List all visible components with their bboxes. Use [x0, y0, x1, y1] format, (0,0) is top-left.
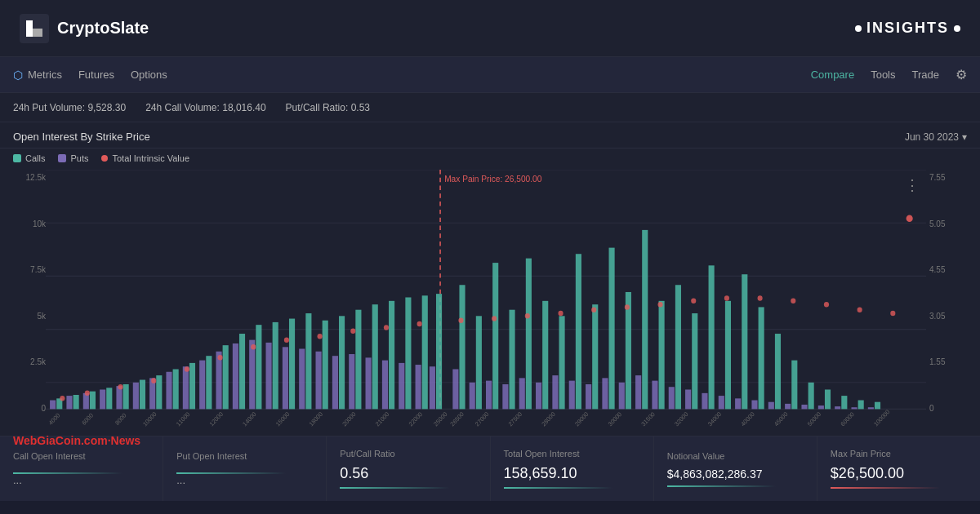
svg-rect-94 [759, 307, 764, 409]
put-volume-label: 24h Put Volume: 9,528.30 [13, 102, 126, 113]
svg-rect-47 [366, 357, 372, 409]
call-oi-value: ... [13, 474, 149, 486]
svg-point-131 [791, 299, 795, 304]
svg-rect-22 [156, 375, 162, 409]
svg-text:12000: 12000 [208, 410, 225, 428]
svg-point-114 [218, 355, 223, 361]
svg-rect-49 [382, 361, 388, 410]
svg-point-130 [758, 295, 763, 301]
ratio-value: 0.53 [351, 102, 370, 113]
nav-compare-item[interactable]: Compare [811, 69, 854, 81]
svg-text:30000: 30000 [607, 410, 623, 428]
notional-cell: Notional Value $4,863,082,286.37 [654, 436, 817, 501]
svg-text:18000: 18000 [308, 410, 324, 428]
svg-point-109 [60, 396, 65, 401]
svg-rect-40 [305, 313, 311, 409]
put-call-ratio: Put/Call Ratio: 0.53 [286, 102, 370, 113]
svg-rect-9 [50, 401, 56, 410]
chart-container: 12.5k 10k 7.5k 5k 2.5k 0 ⋮ Max Pain Pric… [0, 166, 980, 436]
svg-rect-30 [223, 345, 229, 409]
svg-text:10000: 10000 [141, 410, 158, 428]
svg-rect-63 [502, 384, 508, 409]
nav-futures-item[interactable]: Futures [78, 69, 114, 81]
total-oi-label: Total Open Interest [504, 449, 640, 459]
chart-legend: Calls Puts Total Intrinsic Value [0, 148, 980, 166]
svg-text:Max Pain Price: 26,500.00: Max Pain Price: 26,500.00 [444, 174, 541, 184]
nav-tools-item[interactable]: Tools [871, 69, 895, 81]
nav-options-item[interactable]: Options [131, 69, 167, 81]
svg-point-124 [558, 311, 563, 317]
svg-rect-96 [775, 334, 781, 409]
svg-rect-67 [536, 383, 541, 410]
call-volume-label: 24h Call Volume: 18,016.40 [145, 102, 265, 113]
gear-icon[interactable]: ⚙ [956, 67, 967, 82]
ratio-label-text: Put/Call Ratio: [286, 102, 349, 113]
svg-rect-75 [602, 378, 608, 409]
svg-rect-64 [509, 310, 514, 410]
nav-metrics-item[interactable]: ⬡ Metrics [13, 69, 62, 82]
svg-text:11000: 11000 [175, 410, 191, 428]
logo-text: CryptoSlate [57, 19, 149, 38]
svg-rect-28 [206, 356, 212, 409]
svg-rect-99 [801, 405, 807, 409]
svg-rect-20 [140, 380, 145, 410]
svg-rect-69 [552, 375, 558, 409]
svg-rect-65 [519, 378, 525, 409]
svg-rect-70 [559, 316, 564, 409]
svg-rect-81 [652, 381, 657, 410]
y-label-75k: 7.5k [30, 265, 46, 274]
svg-point-113 [185, 366, 189, 372]
chart-header: Open Interest By Strike Price Jun 30 202… [0, 122, 980, 148]
svg-rect-51 [399, 363, 404, 410]
svg-rect-103 [835, 406, 840, 409]
svg-point-117 [318, 334, 323, 339]
svg-rect-31 [233, 343, 238, 409]
header: CryptoSlate INSIGHTS [0, 0, 980, 57]
nav-metrics-label: Metrics [28, 69, 62, 81]
chart-title: Open Interest By Strike Price [13, 131, 150, 143]
svg-rect-100 [808, 383, 814, 410]
svg-point-125 [591, 307, 596, 312]
nav-trade-item[interactable]: Trade [912, 69, 939, 81]
put-oi-value: ... [176, 474, 313, 486]
notional-label: Notional Value [667, 451, 804, 461]
chevron-down-icon: ▾ [962, 131, 967, 143]
svg-rect-79 [635, 375, 641, 409]
svg-point-134 [890, 311, 895, 317]
put-oi-label: Put Open Interest [176, 451, 313, 461]
svg-rect-73 [586, 384, 591, 409]
svg-text:6000: 6000 [80, 411, 94, 427]
ratio-stat-label: Put/Call Ratio [340, 449, 476, 459]
svg-rect-76 [609, 248, 615, 410]
svg-point-127 [658, 302, 663, 308]
svg-point-110 [85, 391, 90, 397]
svg-rect-86 [692, 313, 697, 409]
svg-point-118 [350, 329, 355, 335]
y-axis-left: 12.5k 10k 7.5k 5k 2.5k 0 [13, 170, 46, 436]
svg-rect-38 [289, 319, 295, 410]
svg-rect-66 [526, 259, 532, 410]
svg-rect-98 [791, 361, 797, 410]
y-right-0: 0 [929, 404, 934, 413]
svg-rect-26 [189, 363, 195, 410]
chart-date[interactable]: Jun 30 2023 ▾ [905, 131, 967, 143]
chart-body: ⋮ Max Pain Price: 26,500.00 [46, 170, 926, 436]
svg-rect-54 [422, 295, 428, 409]
svg-point-119 [384, 325, 389, 330]
svg-rect-92 [742, 274, 747, 409]
svg-rect-18 [123, 384, 129, 409]
tiv-color-dot [101, 155, 108, 162]
svg-point-122 [492, 316, 497, 321]
svg-text:50000: 50000 [806, 410, 822, 428]
svg-rect-16 [106, 388, 112, 409]
svg-rect-60 [476, 316, 482, 409]
more-options-icon[interactable]: ⋮ [905, 176, 920, 194]
svg-point-115 [251, 344, 256, 350]
svg-point-111 [118, 384, 122, 390]
logo-icon [20, 14, 49, 43]
svg-rect-52 [405, 297, 411, 409]
svg-text:45000: 45000 [773, 410, 789, 428]
max-pain-underline [831, 487, 940, 489]
total-oi-cell: Total Open Interest 158,659.10 [491, 436, 654, 501]
svg-rect-105 [851, 407, 857, 409]
